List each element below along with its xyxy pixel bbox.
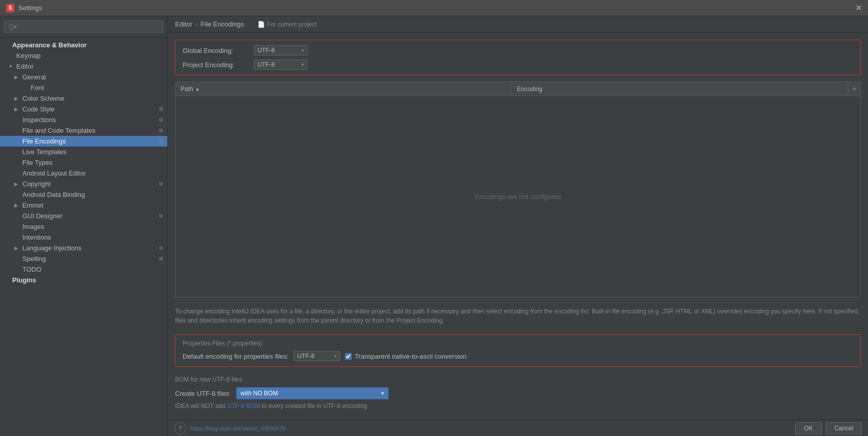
transparent-checkbox-wrapper: Transparent native-to-ascii conversion [345, 353, 467, 360]
properties-title: Properties Files (*.properties) [183, 340, 853, 347]
main-container: Appearance & BehaviorKeymap▼Editor▶Gener… [0, 16, 868, 436]
breadcrumb-project: 📄 For current project [257, 21, 317, 28]
sidebar-item-inspections[interactable]: Inspections⚙ [0, 114, 167, 125]
sidebar-item-keymap[interactable]: Keymap [0, 50, 167, 61]
project-icon: 📄 [257, 21, 265, 28]
tree-item-label: Spelling [22, 255, 157, 263]
search-input[interactable] [4, 20, 163, 33]
bom-title: BOM for new UTF-8 files [175, 376, 861, 383]
tree-item-badge: ⚙ [159, 213, 163, 219]
path-header-cell: Path ▲ [176, 82, 512, 96]
bottom-link[interactable]: https://blog.csdn.net/weixin_43690478 [190, 425, 285, 431]
transparent-checkbox[interactable] [345, 353, 352, 360]
tree-item-label: General [22, 73, 163, 81]
sidebar-item-font[interactable]: Font [0, 82, 167, 93]
bom-create-label: Create UTF-8 files: [175, 390, 231, 397]
bom-create-row: Create UTF-8 files: with NO BOMwith BOM [175, 387, 861, 399]
encoding-section-box: Global Encoding: UTF-8UTF-16ISO-8859-1US… [175, 40, 861, 75]
cancel-button[interactable]: Cancel [826, 422, 862, 434]
tree-item-badge: ⚙ [159, 245, 163, 251]
sidebar-item-copyright[interactable]: ▶Copyright⚙ [0, 179, 167, 189]
tree-item-arrow: ▶ [14, 74, 22, 80]
transparent-label: Transparent native-to-ascii conversion [355, 353, 467, 360]
path-header-label: Path [181, 85, 193, 93]
global-encoding-label: Global Encoding: [183, 47, 249, 54]
sidebar-item-appearance[interactable]: Appearance & Behavior [0, 40, 167, 50]
tree-item-label: Emmet [22, 201, 163, 209]
close-button[interactable]: ✕ [855, 3, 862, 13]
tree-item-label: Appearance & Behavior [12, 41, 163, 49]
bom-select-wrapper: with NO BOMwith BOM [236, 387, 389, 399]
title-bar: S Settings ✕ [0, 0, 868, 16]
sidebar-item-color-scheme[interactable]: ▶Color Scheme [0, 93, 167, 104]
info-text: To change encoding IntelliJ IDEA uses fo… [175, 304, 861, 328]
tree-item-arrow: ▼ [8, 64, 16, 69]
properties-encoding-select-wrapper: UTF-8UTF-16ISO-8859-1 [294, 351, 340, 361]
global-encoding-select[interactable]: UTF-8UTF-16ISO-8859-1US-ASCIIwindows-125… [254, 45, 307, 55]
sidebar-item-language-injections[interactable]: ▶Language Injections⚙ [0, 243, 167, 253]
ok-button[interactable]: OK [795, 422, 821, 434]
tree-item-arrow: ▶ [14, 202, 22, 208]
sidebar-item-images[interactable]: Images [0, 221, 167, 232]
bom-info-prefix: IDEA will NOT add [175, 402, 227, 410]
tree-item-label: File Encodings [22, 137, 157, 145]
project-encoding-select[interactable]: UTF-8UTF-16ISO-8859-1US-ASCIIwindows-125… [254, 60, 307, 70]
tree-item-badge: ⚙ [159, 117, 163, 123]
sidebar-item-code-style[interactable]: ▶Code Style⚙ [0, 104, 167, 114]
tree-item-label: Language Injections [22, 244, 157, 252]
default-encoding-label: Default encoding for properties files: [183, 353, 288, 360]
sidebar-item-spelling[interactable]: Spelling⚙ [0, 253, 167, 264]
tree-item-label: Live Templates [22, 148, 163, 156]
tree-item-label: TODO [22, 266, 163, 273]
sidebar-item-android-data-binding[interactable]: Android Data Binding [0, 189, 167, 200]
sidebar-item-file-encodings[interactable]: File Encodings⚙ [0, 136, 167, 147]
sidebar-item-gui-designer[interactable]: GUI Designer⚙ [0, 211, 167, 221]
tree-item-label: Android Data Binding [22, 191, 163, 198]
tree-item-arrow: ▶ [14, 106, 22, 112]
tree-item-label: Color Scheme [22, 95, 163, 102]
tree-item-label: Font [31, 84, 163, 92]
breadcrumb-current: File Encodings [200, 20, 244, 28]
sidebar-item-editor[interactable]: ▼Editor [0, 61, 167, 72]
content-body: Global Encoding: UTF-8UTF-16ISO-8859-1US… [168, 33, 868, 420]
app-icon: S [6, 4, 14, 12]
sidebar-tree: Appearance & BehaviorKeymap▼Editor▶Gener… [0, 38, 167, 436]
tree-item-badge: ⚙ [159, 138, 163, 144]
tree-item-label: Code Style [22, 105, 157, 113]
global-encoding-select-wrapper: UTF-8UTF-16ISO-8859-1US-ASCIIwindows-125… [254, 45, 307, 55]
tree-item-label: Plugins [12, 276, 163, 284]
bom-section: BOM for new UTF-8 files Create UTF-8 fil… [175, 373, 861, 413]
sidebar-item-live-templates[interactable]: Live Templates [0, 147, 167, 157]
tree-item-badge: ⚙ [159, 181, 163, 187]
tree-item-badge: ⚙ [159, 106, 163, 112]
properties-section: Properties Files (*.properties) Default … [175, 334, 861, 367]
bom-info-suffix: to every created file in UTF-8 encoding [260, 402, 367, 410]
sidebar-item-intentions[interactable]: Intentions [0, 232, 167, 243]
sidebar-item-plugins[interactable]: Plugins [0, 275, 167, 285]
sidebar-item-file-code-templates[interactable]: File and Code Templates⚙ [0, 125, 167, 136]
sidebar: Appearance & BehaviorKeymap▼Editor▶Gener… [0, 16, 168, 436]
project-encoding-row: Project Encoding: UTF-8UTF-16ISO-8859-1U… [183, 60, 853, 70]
sidebar-item-todo[interactable]: TODO [0, 264, 167, 275]
breadcrumb-bar: Editor › File Encodings 📄 For current pr… [168, 16, 868, 33]
help-button[interactable]: ? [174, 422, 186, 434]
encoding-header-label: Encoding [517, 85, 542, 93]
table-add-button[interactable]: + [848, 82, 860, 96]
bottom-bar: ? https://blog.csdn.net/weixin_43690478 … [168, 420, 868, 436]
bom-select[interactable]: with NO BOMwith BOM [236, 387, 389, 399]
tree-item-label: Inspections [22, 116, 157, 124]
sidebar-item-android-layout[interactable]: Android Layout Editor [0, 168, 167, 179]
tree-item-label: Copyright [22, 180, 157, 188]
tree-item-arrow: ▶ [14, 96, 22, 101]
properties-encoding-select[interactable]: UTF-8UTF-16ISO-8859-1 [294, 351, 340, 361]
global-encoding-row: Global Encoding: UTF-8UTF-16ISO-8859-1US… [183, 45, 853, 55]
sidebar-item-file-types[interactable]: File Types [0, 157, 167, 168]
tree-item-arrow: ▶ [14, 245, 22, 251]
sidebar-item-general[interactable]: ▶General [0, 72, 167, 82]
tree-item-label: GUI Designer [22, 212, 157, 220]
sidebar-item-emmet[interactable]: ▶Emmet [0, 200, 167, 211]
tree-item-badge: ⚙ [159, 256, 163, 261]
search-box [0, 16, 167, 38]
content-panel: Editor › File Encodings 📄 For current pr… [168, 16, 868, 436]
tree-item-label: File and Code Templates [22, 127, 157, 134]
